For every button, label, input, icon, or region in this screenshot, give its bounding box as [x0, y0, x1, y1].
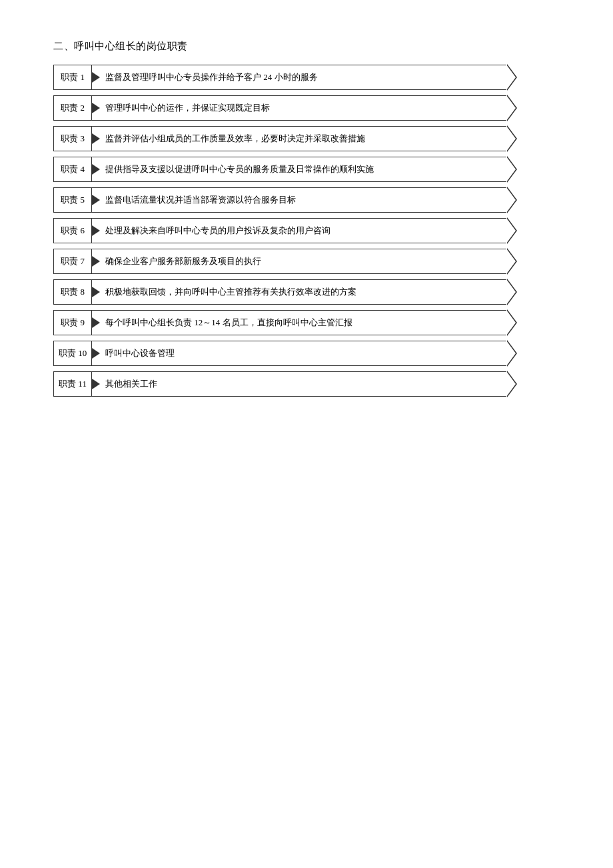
- duty-content-wrapper-10: 呼叫中心设备管理: [92, 341, 506, 366]
- duty-content-wrapper-6: 处理及解决来自呼叫中心专员的用户投诉及复杂的用户咨询: [92, 218, 506, 243]
- arrow-icon-4: [506, 157, 516, 182]
- arrow-icon-6: [506, 218, 516, 243]
- arrow-icon-11: [506, 371, 516, 397]
- duty-content-10: 呼叫中心设备管理: [92, 341, 506, 366]
- arrow-icon-9: [506, 310, 516, 335]
- duty-content-8: 积极地获取回馈，并向呼叫中心主管推荐有关执行效率改进的方案: [92, 279, 506, 305]
- duties-container: 职责 1监督及管理呼叫中心专员操作并给予客户 24 小时的服务职责 2管理呼叫中…: [53, 65, 506, 397]
- duty-content-wrapper-5: 监督电话流量状况并适当部署资源以符合服务目标: [92, 187, 506, 213]
- duty-content-11: 其他相关工作: [92, 371, 506, 397]
- duty-label-5: 职责 5: [53, 187, 92, 213]
- duty-content-7: 确保企业客户服务部新服务及项目的执行: [92, 249, 506, 274]
- duty-content-wrapper-1: 监督及管理呼叫中心专员操作并给予客户 24 小时的服务: [92, 65, 506, 90]
- duty-label-2: 职责 2: [53, 95, 92, 121]
- duty-label-4: 职责 4: [53, 157, 92, 182]
- duty-row-4: 职责 4提供指导及支援以促进呼叫中心专员的服务质量及日常操作的顺利实施: [53, 157, 506, 182]
- section-title: 二、呼叫中心组长的岗位职责: [53, 40, 560, 53]
- duty-content-wrapper-11: 其他相关工作: [92, 371, 506, 397]
- arrow-icon-8: [506, 279, 516, 305]
- duty-content-9: 每个呼叫中心组长负责 12～14 名员工，直接向呼叫中心主管汇报: [92, 310, 506, 335]
- duty-row-8: 职责 8积极地获取回馈，并向呼叫中心主管推荐有关执行效率改进的方案: [53, 279, 506, 305]
- duty-row-2: 职责 2管理呼叫中心的运作，并保证实现既定目标: [53, 95, 506, 121]
- duty-label-11: 职责 11: [53, 371, 92, 397]
- duty-label-1: 职责 1: [53, 65, 92, 90]
- duty-content-wrapper-2: 管理呼叫中心的运作，并保证实现既定目标: [92, 95, 506, 121]
- arrow-icon-7: [506, 249, 516, 274]
- arrow-icon-10: [506, 341, 516, 366]
- duty-content-wrapper-4: 提供指导及支援以促进呼叫中心专员的服务质量及日常操作的顺利实施: [92, 157, 506, 182]
- duty-row-5: 职责 5监督电话流量状况并适当部署资源以符合服务目标: [53, 187, 506, 213]
- duty-content-4: 提供指导及支援以促进呼叫中心专员的服务质量及日常操作的顺利实施: [92, 157, 506, 182]
- duty-row-6: 职责 6处理及解决来自呼叫中心专员的用户投诉及复杂的用户咨询: [53, 218, 506, 243]
- duty-label-3: 职责 3: [53, 126, 92, 151]
- duty-content-wrapper-7: 确保企业客户服务部新服务及项目的执行: [92, 249, 506, 274]
- duty-row-3: 职责 3监督并评估小组成员的工作质量及效率，必要时决定并采取改善措施: [53, 126, 506, 151]
- duty-content-5: 监督电话流量状况并适当部署资源以符合服务目标: [92, 187, 506, 213]
- duty-label-9: 职责 9: [53, 310, 92, 335]
- duty-content-wrapper-8: 积极地获取回馈，并向呼叫中心主管推荐有关执行效率改进的方案: [92, 279, 506, 305]
- duty-content-2: 管理呼叫中心的运作，并保证实现既定目标: [92, 95, 506, 121]
- arrow-icon-2: [506, 95, 516, 121]
- duty-row-9: 职责 9每个呼叫中心组长负责 12～14 名员工，直接向呼叫中心主管汇报: [53, 310, 506, 335]
- duty-content-wrapper-9: 每个呼叫中心组长负责 12～14 名员工，直接向呼叫中心主管汇报: [92, 310, 506, 335]
- duty-label-6: 职责 6: [53, 218, 92, 243]
- duty-label-7: 职责 7: [53, 249, 92, 274]
- duty-content-wrapper-3: 监督并评估小组成员的工作质量及效率，必要时决定并采取改善措施: [92, 126, 506, 151]
- duty-label-10: 职责 10: [53, 341, 92, 366]
- duty-content-6: 处理及解决来自呼叫中心专员的用户投诉及复杂的用户咨询: [92, 218, 506, 243]
- duty-row-1: 职责 1监督及管理呼叫中心专员操作并给予客户 24 小时的服务: [53, 65, 506, 90]
- duty-row-10: 职责 10呼叫中心设备管理: [53, 341, 506, 366]
- duty-content-1: 监督及管理呼叫中心专员操作并给予客户 24 小时的服务: [92, 65, 506, 90]
- arrow-icon-1: [506, 65, 516, 90]
- arrow-icon-3: [506, 126, 516, 151]
- duty-row-7: 职责 7确保企业客户服务部新服务及项目的执行: [53, 249, 506, 274]
- duty-content-3: 监督并评估小组成员的工作质量及效率，必要时决定并采取改善措施: [92, 126, 506, 151]
- arrow-icon-5: [506, 187, 516, 213]
- duty-label-8: 职责 8: [53, 279, 92, 305]
- duty-row-11: 职责 11其他相关工作: [53, 371, 506, 397]
